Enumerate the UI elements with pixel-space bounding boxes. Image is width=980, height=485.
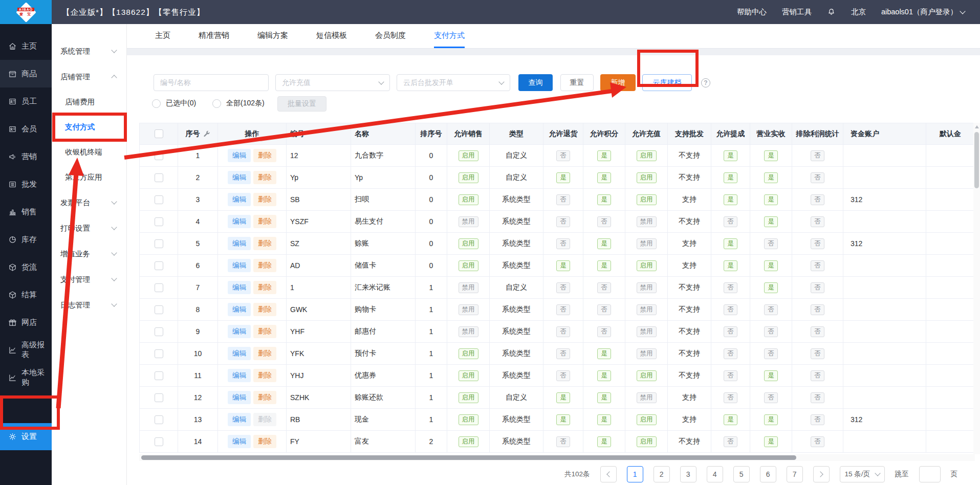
tab-主页[interactable]: 主页	[155, 24, 170, 48]
edit-button[interactable]: 编辑	[228, 303, 251, 316]
reset-button[interactable]: 重置	[560, 74, 594, 91]
help-question-icon[interactable]: ?	[701, 78, 710, 87]
submenu-item[interactable]: 发票平台	[52, 190, 126, 215]
scroll-up-arrow-icon[interactable]	[975, 125, 979, 128]
page-button-2[interactable]: 2	[654, 466, 670, 482]
row-checkbox[interactable]	[155, 151, 163, 160]
add-button[interactable]: 新增	[600, 74, 636, 91]
sidebar-item[interactable]: 销售	[0, 198, 52, 226]
edit-button[interactable]: 编辑	[228, 215, 251, 228]
submenu-item[interactable]: 店铺管理	[52, 64, 126, 90]
page-button-6[interactable]: 6	[760, 466, 776, 482]
delete-button[interactable]: 删除	[253, 391, 276, 404]
delete-button[interactable]: 删除	[253, 413, 276, 426]
page-button-4[interactable]: 4	[707, 466, 723, 482]
row-checkbox[interactable]	[155, 239, 163, 248]
user-menu[interactable]: aibaols01（商户登录）	[881, 7, 965, 17]
aibao-logo[interactable]: AIBAO 爱 宝	[0, 0, 52, 24]
submenu-item[interactable]: 收银机终端	[52, 140, 126, 165]
edit-button[interactable]: 编辑	[228, 171, 251, 184]
horizontal-scrollbar-thumb[interactable]	[141, 455, 796, 460]
row-checkbox[interactable]	[155, 261, 163, 270]
edit-button[interactable]: 编辑	[228, 347, 251, 360]
sidebar-item[interactable]: 高级报表	[0, 336, 52, 364]
edit-button[interactable]: 编辑	[228, 413, 251, 426]
sidebar-item[interactable]: 库存	[0, 226, 52, 253]
batch-set-button[interactable]: 批量设置	[277, 96, 326, 112]
row-checkbox[interactable]	[155, 217, 163, 226]
keyword-input[interactable]: 编号/名称	[154, 74, 269, 91]
delete-button[interactable]: 删除	[253, 325, 276, 338]
delete-button[interactable]: 删除	[253, 259, 276, 272]
sidebar-item[interactable]: 主页	[0, 32, 52, 60]
edit-button[interactable]: 编辑	[228, 369, 251, 382]
sidebar-item[interactable]: 会员	[0, 115, 52, 143]
row-checkbox[interactable]	[155, 393, 163, 402]
edit-button[interactable]: 编辑	[228, 259, 251, 272]
edit-button[interactable]: 编辑	[228, 391, 251, 404]
edit-button[interactable]: 编辑	[228, 281, 251, 294]
recharge-select[interactable]: 允许充值	[275, 74, 390, 91]
delete-button[interactable]: 删除	[253, 149, 276, 162]
page-button-5[interactable]: 5	[733, 466, 750, 482]
vertical-scrollbar-thumb[interactable]	[974, 132, 979, 188]
row-checkbox[interactable]	[155, 349, 163, 358]
tab-会员制度[interactable]: 会员制度	[375, 24, 406, 48]
marketing-tools-link[interactable]: 营销工具	[782, 7, 812, 17]
page-size-select[interactable]: 15 条/页	[840, 466, 885, 482]
delete-button[interactable]: 删除	[253, 347, 276, 360]
tab-短信模板[interactable]: 短信模板	[316, 24, 347, 48]
column-settings-wrench-icon[interactable]	[203, 130, 210, 138]
delete-button[interactable]: 删除	[253, 303, 276, 316]
sidebar-item[interactable]: 网店	[0, 308, 52, 336]
sidebar-item-settings[interactable]: 设置	[0, 423, 52, 450]
edit-button[interactable]: 编辑	[228, 435, 251, 448]
delete-button[interactable]: 删除	[253, 193, 276, 206]
select-all-checkbox[interactable]	[155, 129, 163, 138]
jump-page-input[interactable]	[919, 466, 941, 482]
submenu-item[interactable]: 增值业务	[52, 241, 126, 267]
sidebar-item[interactable]: 商品	[0, 60, 52, 87]
row-checkbox[interactable]	[155, 327, 163, 336]
selected-radio[interactable]: 已选中(0)	[152, 99, 196, 108]
sidebar-item[interactable]: 员工	[0, 87, 52, 115]
delete-button[interactable]: 删除	[253, 281, 276, 294]
submenu-item[interactable]: 店铺费用	[52, 90, 126, 115]
delete-button[interactable]: 删除	[253, 237, 276, 250]
sidebar-item[interactable]: 结算	[0, 281, 52, 308]
sidebar-item[interactable]: 货流	[0, 253, 52, 281]
tab-支付方式[interactable]: 支付方式	[434, 24, 465, 48]
cloud-archive-button[interactable]: 云库建档	[642, 74, 692, 91]
city-label[interactable]: 北京	[851, 7, 866, 17]
all-radio[interactable]: 全部(102条)	[212, 99, 265, 108]
edit-button[interactable]: 编辑	[228, 149, 251, 162]
edit-button[interactable]: 编辑	[228, 325, 251, 338]
row-checkbox[interactable]	[155, 173, 163, 182]
cloud-order-select[interactable]: 云后台批发开单	[397, 74, 510, 91]
submenu-item[interactable]: 支付管理	[52, 267, 126, 292]
edit-button[interactable]: 编辑	[228, 193, 251, 206]
query-button[interactable]: 查询	[518, 74, 553, 91]
submenu-item[interactable]: 第三方应用	[52, 165, 126, 190]
bell-icon[interactable]	[827, 8, 836, 16]
row-checkbox[interactable]	[155, 195, 163, 204]
edit-button[interactable]: 编辑	[228, 237, 251, 250]
delete-button[interactable]: 删除	[253, 435, 276, 448]
sidebar-item[interactable]: 营销	[0, 143, 52, 170]
page-button-3[interactable]: 3	[680, 466, 696, 482]
row-checkbox[interactable]	[155, 437, 163, 446]
page-button-1[interactable]: 1	[627, 466, 643, 482]
row-checkbox[interactable]	[155, 305, 163, 314]
help-center-link[interactable]: 帮助中心	[737, 7, 767, 17]
prev-page-button[interactable]	[600, 466, 617, 482]
submenu-item[interactable]: 日志管理	[52, 292, 126, 318]
sidebar-item[interactable]: 批发	[0, 170, 52, 198]
sidebar-item[interactable]: 本地采购	[0, 364, 52, 391]
delete-button[interactable]: 删除	[253, 215, 276, 228]
delete-button[interactable]: 删除	[253, 369, 276, 382]
row-checkbox[interactable]	[155, 283, 163, 292]
delete-button[interactable]: 删除	[253, 171, 276, 184]
submenu-item[interactable]: 支付方式	[52, 115, 126, 140]
submenu-item[interactable]: 打印设置	[52, 215, 126, 241]
row-checkbox[interactable]	[155, 371, 163, 380]
